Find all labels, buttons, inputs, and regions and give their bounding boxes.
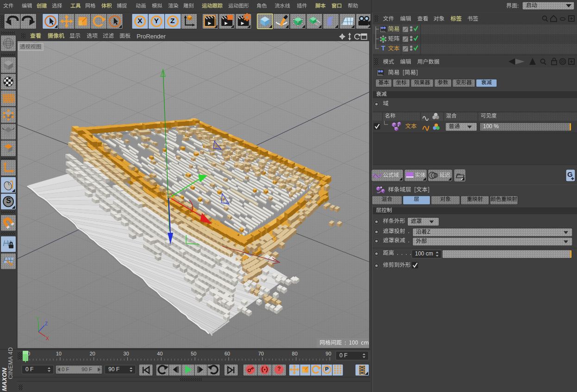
svg-text:40: 40 [157, 351, 163, 356]
svg-text:Z: Z [45, 321, 48, 326]
svg-text:P: P [325, 366, 329, 372]
svg-text:100 %: 100 % [483, 123, 499, 130]
svg-text:80: 80 [292, 351, 297, 356]
svg-text:X: X [138, 17, 143, 25]
svg-text:10: 10 [56, 351, 62, 356]
svg-text:0 F: 0 F [62, 367, 69, 372]
svg-text:X: X [46, 336, 49, 341]
svg-text:70: 70 [258, 351, 263, 356]
svg-text:100 cm: 100 cm [415, 250, 433, 257]
svg-text:ProRender: ProRender [137, 33, 166, 40]
svg-text:Y: Y [154, 17, 159, 25]
svg-text:60: 60 [225, 351, 230, 356]
svg-text:G: G [567, 170, 573, 178]
svg-text:0: 0 [27, 351, 30, 356]
svg-text:90 F: 90 F [82, 367, 92, 372]
svg-text:MAXON: MAXON [1, 368, 8, 392]
svg-text:T: T [381, 44, 385, 52]
svg-text:90 F: 90 F [108, 366, 119, 373]
svg-text:30: 30 [123, 351, 129, 356]
svg-text:?: ? [277, 366, 281, 372]
svg-text:CINEMA 4D: CINEMA 4D [7, 347, 14, 379]
svg-text:50: 50 [191, 351, 196, 356]
svg-text:Z: Z [170, 17, 175, 25]
svg-text:S: S [6, 197, 11, 205]
svg-text:0 F: 0 F [339, 352, 347, 359]
svg-text:90: 90 [326, 351, 331, 356]
svg-text:20: 20 [89, 351, 95, 356]
svg-text:0 F: 0 F [25, 366, 33, 373]
svg-text:Y: Y [36, 317, 39, 322]
